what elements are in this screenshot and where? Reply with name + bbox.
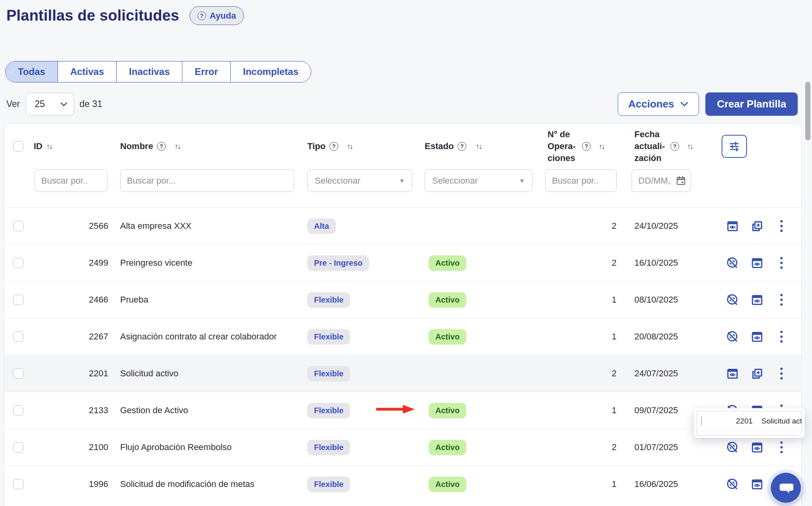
row-checkbox[interactable] [13, 479, 23, 489]
cell-fecha: 01/07/2025 [617, 442, 698, 452]
cell-operaciones: 1 [537, 295, 617, 305]
preview-disabled-icon[interactable] [726, 293, 739, 307]
preview-icon[interactable] [750, 293, 764, 307]
sort-icon[interactable]: ↑↓ [599, 142, 604, 151]
column-header-operaciones[interactable]: N° de Opera- ciones ? ↑↓ [537, 128, 617, 164]
row-checkbox[interactable] [13, 332, 23, 342]
column-header-fecha[interactable]: Fecha actuali- zación ? ↑↓ [617, 128, 698, 164]
table-row[interactable]: 2133 Gestion de Activo Flexible Activo 1… [4, 392, 801, 429]
sort-icon[interactable]: ↑↓ [476, 142, 481, 151]
duplicate-icon[interactable] [750, 367, 764, 380]
right-actions: Acciones Crear Plantilla [618, 92, 798, 116]
scrollbar-thumb[interactable] [805, 82, 810, 140]
cell-fecha: 24/07/2025 [617, 368, 698, 379]
tab-inactivas[interactable]: Inactivas [116, 61, 182, 82]
help-icon[interactable]: ? [670, 142, 679, 151]
filter-id-input[interactable] [34, 169, 107, 192]
tab-activas[interactable]: Activas [57, 61, 116, 82]
row-checkbox[interactable] [13, 405, 23, 416]
kebab-menu-icon[interactable] [775, 256, 788, 270]
table-row[interactable]: 2100 Flujo Aprobación Reembolso Flexible… [4, 429, 801, 466]
acciones-button[interactable]: Acciones [618, 92, 699, 116]
dropdown-arrow-icon: ▼ [519, 177, 525, 184]
help-icon[interactable]: ? [458, 142, 466, 151]
preview-disabled-icon[interactable] [726, 330, 739, 343]
row-checkbox[interactable] [13, 442, 23, 452]
row-checkbox [701, 417, 702, 426]
preview-icon[interactable] [750, 477, 764, 491]
row-checkbox[interactable] [13, 295, 23, 305]
cell-tipo: Flexible [303, 292, 418, 308]
tipo-badge: Flexible [307, 329, 350, 345]
column-header-id[interactable]: ID ↑↓ [34, 140, 117, 152]
preview-icon[interactable] [726, 367, 739, 380]
table-row[interactable]: 1996 Solicitud de modificación de metas … [4, 466, 801, 502]
help-icon[interactable]: ? [157, 142, 166, 151]
table-row[interactable]: 2499 Preingreso vicente Pre - Ingreso Ac… [4, 244, 801, 281]
row-actions [698, 441, 801, 454]
row-checkbox[interactable] [13, 258, 23, 268]
preview-icon[interactable] [750, 330, 764, 343]
kebab-menu-icon[interactable] [775, 367, 788, 380]
cell-id: 2201 [34, 368, 117, 379]
sort-icon[interactable]: ↑↓ [46, 142, 52, 151]
crear-plantilla-button[interactable]: Crear Plantilla [705, 92, 798, 116]
sort-icon[interactable]: ↑↓ [174, 142, 180, 151]
row-actions [698, 330, 801, 343]
sort-icon[interactable]: ↑↓ [687, 142, 693, 151]
tab-error[interactable]: Error [182, 61, 230, 82]
table-row[interactable]: 2466 Prueba Flexible Activo 1 08/10/2025 [4, 281, 801, 318]
cell-nombre: Prueba [117, 293, 303, 307]
column-settings-button[interactable] [722, 135, 747, 158]
tab-todas[interactable]: Todas [6, 61, 57, 82]
table-row[interactable]: 2566 Alta empresa XXX Alta 2 24/10/2025 [4, 207, 801, 244]
estado-badge: Activo [429, 440, 466, 455]
cell-tipo: Flexible [303, 440, 418, 455]
calendar-icon[interactable] [676, 175, 686, 186]
select-all-checkbox[interactable] [13, 141, 23, 151]
row-checkbox[interactable] [13, 221, 23, 231]
filter-estado-select[interactable]: Seleccionar ▼ [425, 169, 532, 192]
cell-operaciones: 1 [537, 479, 617, 489]
column-header-tipo[interactable]: Tipo ? ↑↓ [303, 140, 418, 152]
kebab-menu-icon[interactable] [775, 441, 788, 454]
cell-tipo: Flexible [303, 329, 418, 345]
kebab-menu-icon[interactable] [775, 330, 788, 343]
cell-fecha: 16/06/2025 [617, 479, 698, 489]
column-header-estado[interactable]: Estado ? ↑↓ [418, 140, 537, 152]
row-checkbox[interactable] [13, 368, 23, 379]
column-header-nombre[interactable]: Nombre ? ↑↓ [117, 140, 303, 152]
kebab-menu-icon[interactable] [775, 219, 788, 233]
drag-preview-id: 2201 [736, 417, 753, 426]
preview-icon[interactable] [750, 256, 764, 270]
help-button[interactable]: ? Ayuda [190, 6, 244, 25]
page-size-select[interactable]: 25 [26, 93, 74, 116]
cell-estado: Activo [418, 255, 537, 271]
preview-icon[interactable] [750, 441, 764, 454]
filter-nombre-input[interactable] [120, 169, 294, 192]
table-body: 2566 Alta empresa XXX Alta 2 24/10/2025 … [4, 207, 801, 502]
title-row: Plantillas de solicitudes ? Ayuda [6, 6, 244, 25]
tipo-badge: Pre - Ingreso [307, 255, 369, 271]
tab-incompletas[interactable]: Incompletas [230, 61, 311, 82]
table-row[interactable]: 2267 Asignación contrato al crear colabo… [4, 318, 801, 355]
help-icon[interactable]: ? [582, 142, 591, 151]
filter-operaciones-input[interactable] [545, 169, 617, 192]
chat-widget-button[interactable] [771, 473, 801, 503]
duplicate-icon[interactable] [750, 219, 764, 233]
page-size-group: Ver 25 de 31 [6, 93, 102, 116]
chevron-down-icon [60, 102, 67, 107]
preview-icon[interactable] [726, 219, 739, 233]
preview-disabled-icon[interactable] [726, 441, 739, 454]
sort-icon[interactable]: ↑↓ [347, 142, 352, 151]
help-icon[interactable]: ? [329, 142, 338, 151]
table-row[interactable]: 2201 Solicitud activo Flexible 2 24/07/2… [4, 355, 801, 392]
tipo-badge: Alta [307, 218, 336, 234]
cell-id: 2100 [34, 442, 117, 452]
column-label: Fecha actuali- zación [634, 128, 665, 164]
filter-tipo-select[interactable]: Seleccionar ▼ [307, 169, 412, 192]
preview-disabled-icon[interactable] [726, 477, 739, 491]
estado-badge: Activo [429, 403, 466, 418]
kebab-menu-icon[interactable] [775, 293, 788, 307]
preview-disabled-icon[interactable] [726, 256, 739, 270]
